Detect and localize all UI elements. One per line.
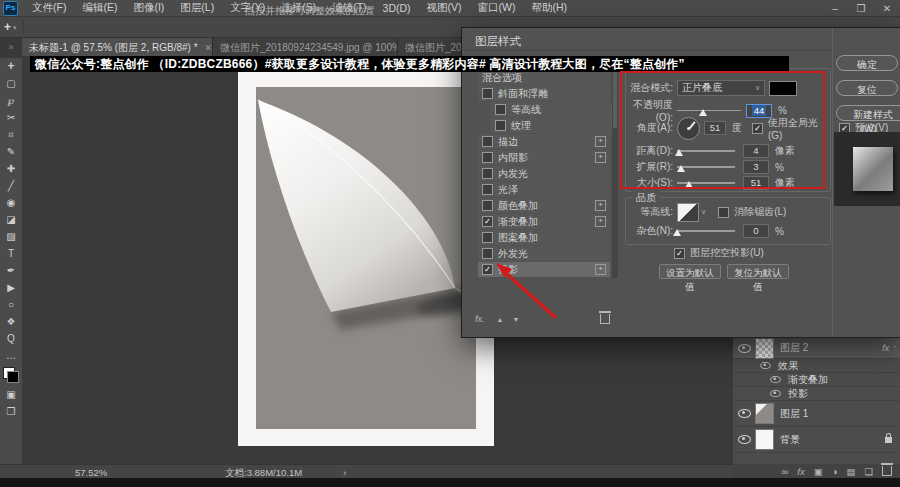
visibility-toggle[interactable] xyxy=(733,409,755,418)
path-selection-tool[interactable]: ▶ xyxy=(0,279,22,296)
zoom-level[interactable]: 57.52% xyxy=(75,467,107,478)
layer-name[interactable]: 图层 2 xyxy=(780,341,808,355)
anti-alias-checkbox[interactable] xyxy=(718,207,729,218)
add-instance-icon[interactable]: + xyxy=(595,216,606,227)
hand-tool[interactable]: ❖ xyxy=(0,313,22,330)
status-chevron-icon[interactable]: › xyxy=(343,467,346,478)
layer-row-background[interactable]: 背景 xyxy=(733,427,900,453)
eyedropper-tool[interactable]: ✎ xyxy=(0,143,22,160)
quick-mask-icon[interactable]: ▣ xyxy=(0,386,22,403)
eraser-tool[interactable]: ◪ xyxy=(0,211,22,228)
styles-item-gradient-overlay[interactable]: 渐变叠加+ xyxy=(478,214,610,229)
gradient-tool[interactable]: ▨ xyxy=(0,228,22,245)
new-style-button[interactable]: 新建样式(W)... xyxy=(836,105,900,121)
layer-row-layer2[interactable]: 图层 2 fx ˆ xyxy=(733,338,900,359)
add-instance-icon[interactable]: + xyxy=(595,200,606,211)
layer-style-icon[interactable]: fx xyxy=(797,466,804,477)
checkbox[interactable] xyxy=(482,136,493,147)
reset-default-button[interactable]: 复位为默认值 xyxy=(727,264,789,279)
eye-icon[interactable] xyxy=(770,376,780,383)
layer-group-icon[interactable]: ▤ xyxy=(846,466,855,477)
eye-icon[interactable] xyxy=(770,390,780,397)
checkbox[interactable] xyxy=(482,152,493,163)
styles-item-inner-glow[interactable]: 内发光 xyxy=(478,166,610,181)
layer-name[interactable]: 背景 xyxy=(780,433,800,447)
knockout-checkbox[interactable] xyxy=(674,248,685,259)
menu-help[interactable]: 帮助(H) xyxy=(524,1,576,15)
layer-row-layer1[interactable]: 图层 1 xyxy=(733,401,900,427)
brush-tool[interactable]: ╱ xyxy=(0,177,22,194)
visibility-toggle[interactable] xyxy=(733,435,755,444)
scrollbar-thumb[interactable] xyxy=(613,72,617,128)
checkbox[interactable] xyxy=(495,120,506,131)
more-tools-icon[interactable]: … xyxy=(0,347,22,364)
close-icon[interactable]: ✕ xyxy=(874,3,900,14)
ok-button[interactable]: 确定 xyxy=(836,55,898,71)
styles-item-contour[interactable]: 等高线 xyxy=(491,102,614,117)
healing-brush-tool[interactable]: ✚ xyxy=(0,160,22,177)
checkbox[interactable] xyxy=(482,88,493,99)
styles-item-blending-options[interactable]: 混合选项 xyxy=(478,70,610,85)
tool-preset-caret-icon[interactable]: ▾ xyxy=(13,24,17,32)
add-instance-icon[interactable]: + xyxy=(595,152,606,163)
checkbox[interactable] xyxy=(482,200,493,211)
lasso-tool[interactable]: ℘ xyxy=(0,92,22,109)
new-layer-icon[interactable]: ❏ xyxy=(864,466,873,477)
checkbox[interactable] xyxy=(482,216,493,227)
menu-3d[interactable]: 3D(D) xyxy=(375,2,419,14)
set-default-button[interactable]: 设置为默认值 xyxy=(659,264,721,279)
styles-item-satin[interactable]: 光泽 xyxy=(478,182,610,197)
delete-layer-icon[interactable] xyxy=(882,466,892,476)
contour-picker[interactable] xyxy=(677,203,699,222)
slider-thumb[interactable] xyxy=(673,229,681,236)
layer-thumbnail[interactable] xyxy=(755,429,774,450)
pen-tool[interactable]: ✒ xyxy=(0,262,22,279)
styles-item-bevel-emboss[interactable]: 斜面和浮雕 xyxy=(478,86,610,101)
add-instance-icon[interactable]: + xyxy=(595,136,606,147)
layer-name[interactable]: 图层 1 xyxy=(780,407,808,421)
ellipse-tool[interactable]: ○ xyxy=(0,296,22,313)
styles-item-texture[interactable]: 纹理 xyxy=(491,118,614,133)
adjustment-layer-icon[interactable]: ◑ xyxy=(832,466,838,477)
chevron-down-icon[interactable]: ∨ xyxy=(701,208,706,216)
menu-layer[interactable]: 图层(L) xyxy=(172,1,222,15)
layer-thumbnail[interactable] xyxy=(755,403,774,424)
delete-effect-icon[interactable] xyxy=(600,314,610,324)
link-layers-icon[interactable]: ∞ xyxy=(782,466,789,477)
marquee-tool[interactable]: ▢ xyxy=(0,75,22,92)
type-tool[interactable]: T xyxy=(0,245,22,262)
checkbox[interactable] xyxy=(495,104,506,115)
layer-mask-icon[interactable]: ▣ xyxy=(814,466,823,477)
clone-stamp-tool[interactable]: ◉ xyxy=(0,194,22,211)
styles-item-stroke[interactable]: 描边+ xyxy=(478,134,610,149)
tab-untitled-1[interactable]: 未标题-1 @ 57.5% (图层 2, RGB/8#) * ✕ xyxy=(22,38,213,58)
noise-slider[interactable] xyxy=(677,225,735,237)
checkbox[interactable] xyxy=(482,168,493,179)
crop-tool[interactable]: ⌗ xyxy=(0,126,22,143)
effects-row[interactable]: 效果 xyxy=(733,359,900,373)
noise-field[interactable]: 0 xyxy=(743,224,769,238)
screen-mode-icon[interactable]: ❐ xyxy=(0,403,22,420)
checkbox[interactable] xyxy=(482,232,493,243)
layer-thumbnail[interactable] xyxy=(755,338,774,359)
background-color-swatch[interactable] xyxy=(7,371,19,383)
visibility-toggle[interactable] xyxy=(733,344,755,353)
styles-item-color-overlay[interactable]: 颜色叠加+ xyxy=(478,198,610,213)
move-tool-icon[interactable]: + xyxy=(4,20,11,34)
tab-close-icon[interactable]: ✕ xyxy=(205,43,213,53)
restore-icon[interactable]: ❐ xyxy=(848,3,874,14)
color-swatches[interactable] xyxy=(3,367,19,383)
styles-item-pattern-overlay[interactable]: 图案叠加 xyxy=(478,230,610,245)
menu-file[interactable]: 文件(F) xyxy=(24,1,74,15)
menu-view[interactable]: 视图(V) xyxy=(419,1,470,15)
tab-image-2[interactable]: 微信图片_20180924234549.jpg @ 100%(RGB/8#) ✕ xyxy=(213,38,398,58)
styles-list-scrollbar[interactable] xyxy=(612,70,618,278)
move-tool[interactable]: + xyxy=(0,58,22,75)
effect-drop-shadow-row[interactable]: 投影 xyxy=(733,387,900,401)
menu-edit[interactable]: 编辑(E) xyxy=(74,1,125,15)
reset-button[interactable]: 复位 xyxy=(836,80,898,96)
styles-item-inner-shadow[interactable]: 内阴影+ xyxy=(478,150,610,165)
fx-badge-icon[interactable]: fx xyxy=(882,343,889,353)
menu-image[interactable]: 图像(I) xyxy=(125,1,172,15)
eye-icon[interactable] xyxy=(760,362,770,369)
